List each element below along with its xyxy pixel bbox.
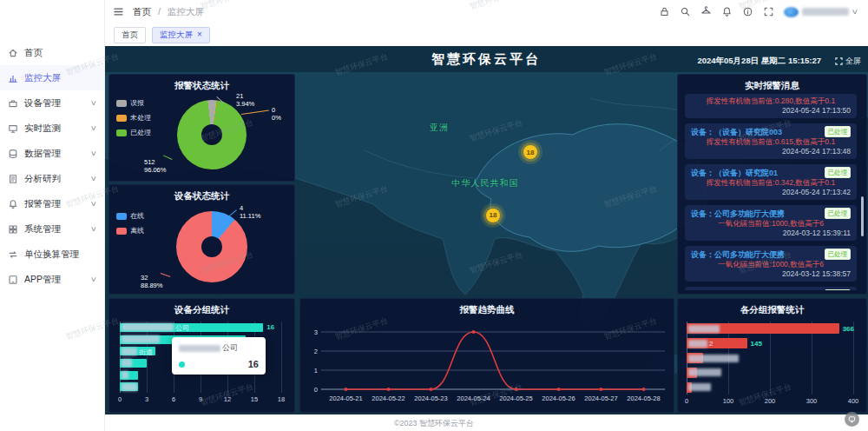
x-axis-tick-label: 9 <box>199 395 202 403</box>
screen-datetime: 2024年05月28日 星期二 15:15:27 <box>697 56 821 67</box>
legend-swatch <box>116 213 127 220</box>
legend-item[interactable]: 离线 <box>116 226 144 235</box>
tab-home[interactable]: 首页 <box>114 27 146 43</box>
alarm-message-item[interactable]: 设备：（设备）研究院003已处理挥发性有机物当前值:0.615,数值高于0.12… <box>685 123 857 159</box>
sidebar: 首页监控大屏设备管理∨实时监测∨数据管理∨分析研判∨报警管理∨系统管理∨单位换算… <box>0 0 105 431</box>
svg-text:3: 3 <box>314 328 318 336</box>
legend-item[interactable]: 误报 <box>116 98 151 108</box>
bell-icon[interactable] <box>721 6 733 17</box>
bar-label-suffix: 公司 <box>175 323 189 333</box>
alarm-message-item[interactable]: 挥发性有机物当前值:0.280,数值高于0.12024-05-24 17:13:… <box>685 94 857 118</box>
tab-close-icon[interactable]: × <box>197 30 202 39</box>
bar-label-masked <box>688 368 721 376</box>
legend-label: 离线 <box>130 226 144 235</box>
search-icon[interactable] <box>680 6 691 17</box>
donut-chart-alarm-status[interactable] <box>177 100 247 169</box>
breadcrumb-root[interactable]: 首页 <box>133 6 151 17</box>
sidebar-item-label: 分析研判 <box>24 173 91 185</box>
user-menu[interactable]: ∨ <box>784 7 858 17</box>
line-chart-alarm-trend[interactable]: 01232024-05-212024-05-222024-05-232024-0… <box>304 316 670 408</box>
svg-text:2024-05-23: 2024-05-23 <box>414 395 447 402</box>
legend-item[interactable]: 在线 <box>116 211 144 221</box>
legend-item[interactable]: 已处理 <box>116 128 151 137</box>
x-axis-tick-label: 0 <box>118 395 122 403</box>
alarm-message-time: 2024-03-12 15:39:11 <box>691 229 851 238</box>
fullscreen-icon[interactable] <box>763 6 774 17</box>
hamburger-icon[interactable] <box>113 6 124 17</box>
fullscreen-toggle[interactable]: 全屏 <box>835 56 861 67</box>
chevron-down-icon: ∨ <box>90 124 97 132</box>
device-name: （设备）研究院01 <box>714 168 778 178</box>
sidebar-item-unit-convert[interactable]: 单位换算管理 <box>0 242 104 267</box>
user-name-masked <box>802 8 849 16</box>
sidebar-item-realtime-monitor[interactable]: 实时监测∨ <box>0 116 104 141</box>
x-axis-tick-label: 100 <box>723 397 734 405</box>
status-badge[interactable]: 已处理 <box>825 289 852 290</box>
pie-callout: 411.11% <box>240 204 260 221</box>
bar-value-label: 366 <box>843 325 854 333</box>
x-axis-tick-label: 300 <box>806 397 818 405</box>
status-badge[interactable]: 已处理 <box>825 249 852 260</box>
sidebar-item-dashboard[interactable]: 监控大屏 <box>0 65 104 90</box>
sidebar-item-home[interactable]: 首页 <box>0 40 104 65</box>
top-navbar: 首页 / 监控大屏 ∨ <box>104 0 868 24</box>
sidebar-item-device-mgmt[interactable]: 设备管理∨ <box>0 90 104 116</box>
sidebar-item-system-mgmt[interactable]: 系统管理∨ <box>0 216 104 242</box>
user-avatar <box>784 7 799 17</box>
sidebar-item-alarm-mgmt[interactable]: 报警管理∨ <box>0 191 104 216</box>
convert-icon <box>8 249 18 260</box>
pie-callout: 51296.06% <box>144 158 166 175</box>
tab-label: 首页 <box>122 30 138 41</box>
x-axis-tick-label: 18 <box>278 395 285 403</box>
sidebar-item-label: 设备管理 <box>24 97 91 109</box>
system-icon <box>8 224 18 235</box>
status-badge[interactable]: 已处理 <box>825 208 852 219</box>
panel-alarm-status: 报警状态统计 误报 未处理 已处理 213.94% 00% 51296.06% <box>108 74 295 182</box>
sidebar-item-label: 报警管理 <box>24 198 91 210</box>
x-axis-tick-label: 6 <box>172 395 175 403</box>
svg-text:2024-05-21: 2024-05-21 <box>329 395 362 402</box>
alarm-message-item[interactable]: 设备：公司多功能厅大便携已处理一氧化碳当前值:1000,数值高于62024-03… <box>685 287 857 290</box>
device-prefix: 设备： <box>691 249 714 260</box>
alarm-message-text: 挥发性有机物当前值:0.342,数值高于0.1 <box>691 178 851 188</box>
alarm-message-time: 2024-03-12 15:38:57 <box>691 269 851 279</box>
donut-chart-device-status[interactable] <box>176 211 247 282</box>
legend-item[interactable]: 未处理 <box>116 113 151 123</box>
feedback-float-button[interactable] <box>845 412 859 427</box>
chevron-down-icon: ∨ <box>852 8 859 16</box>
analysis-icon <box>8 174 18 184</box>
sidebar-item-analysis[interactable]: 分析研判∨ <box>0 166 104 191</box>
device-prefix: 设备： <box>691 209 714 219</box>
svg-text:1: 1 <box>314 367 318 375</box>
sidebar-item-data-mgmt[interactable]: 数据管理∨ <box>0 141 104 166</box>
alarm-message-text: 一氧化碳当前值:1000,数值高于6 <box>691 219 851 229</box>
theme-icon[interactable] <box>700 6 712 17</box>
alarm-message-item[interactable]: 设备：（设备）研究院01已处理挥发性有机物当前值:0.342,数值高于0.120… <box>685 164 857 200</box>
lock-icon[interactable] <box>659 6 670 17</box>
chevron-down-icon: ∨ <box>90 175 97 182</box>
device-prefix: 设备： <box>691 168 714 178</box>
svg-text:2024-05-25: 2024-05-25 <box>499 395 532 402</box>
sidebar-item-app-mgmt[interactable]: APP管理∨ <box>0 267 104 292</box>
status-badge[interactable]: 已处理 <box>825 126 852 137</box>
pie-legend: 在线 离线 <box>116 211 144 235</box>
pie-callout: 213.94% <box>236 92 254 109</box>
sidebar-item-label: 首页 <box>24 47 96 59</box>
alarm-message-item[interactable]: 设备：公司多功能厅大便携已处理一氧化碳当前值:1000,数值高于62024-03… <box>685 246 857 282</box>
panel-device-status: 设备状态统计 在线 离线 411.11% 3288.89% <box>108 184 295 295</box>
alarm-map-marker[interactable]: 18 <box>486 209 500 222</box>
tab-label: 监控大屏 <box>160 30 193 41</box>
tab-dashboard[interactable]: 监控大屏 × <box>152 27 210 43</box>
svg-text:2024-05-22: 2024-05-22 <box>372 395 404 402</box>
device-prefix: 设备： <box>691 127 714 137</box>
panel-group-alarm: 各分组报警统计 01002003004003662145 <box>677 298 867 413</box>
bar-label-masked <box>122 335 160 343</box>
scrollbar-thumb[interactable] <box>861 196 864 236</box>
status-badge[interactable]: 已处理 <box>825 167 852 178</box>
device-name: 公司多功能厅大便携 <box>714 249 785 260</box>
svg-text:2024-05-24: 2024-05-24 <box>457 395 490 402</box>
alarm-message-item[interactable]: 设备：公司多功能厅大便携已处理一氧化碳当前值:1000,数值高于62024-03… <box>685 205 857 241</box>
bar-label-masked <box>688 325 720 333</box>
sidebar-menu: 首页监控大屏设备管理∨实时监测∨数据管理∨分析研判∨报警管理∨系统管理∨单位换算… <box>0 40 104 292</box>
info-icon[interactable] <box>742 6 753 17</box>
